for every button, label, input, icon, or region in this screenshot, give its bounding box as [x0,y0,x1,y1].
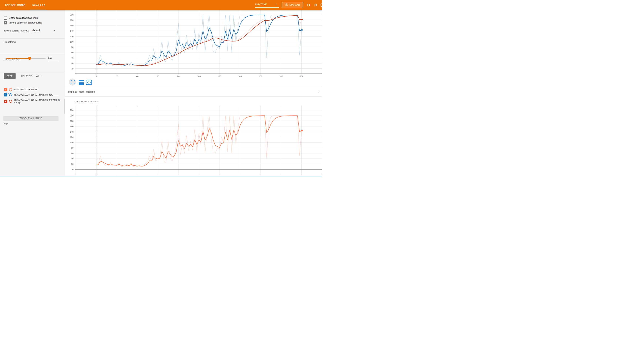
status-dropdown-underline [255,8,279,8]
ignore-outliers-row[interactable]: ✓ Ignore outliers in chart scaling [4,21,42,24]
run-color-radio[interactable] [9,100,12,103]
svg-text:60: 60 [71,52,74,54]
svg-text:20: 20 [71,163,74,165]
run-label: train/20201015-215937 [14,88,60,91]
runs-heading: Runs [4,76,10,78]
section-title: steps_of_each_episode [68,90,95,93]
svg-text:160: 160 [259,75,262,78]
tab-scalars[interactable]: SCALARS [32,0,46,10]
svg-text:120: 120 [218,75,221,78]
svg-text:0: 0 [96,75,97,78]
refresh-icon[interactable]: ↻ [306,0,311,10]
app-header: TensorBoard SCALARS INACTIVE ▾ ⓘ UPLOAD … [0,0,322,10]
toggle-all-runs-button[interactable]: TOGGLE ALL RUNS [3,116,58,121]
app-title: TensorBoard [4,0,25,10]
axis-wall-button[interactable]: WALL [34,73,44,79]
run-checkbox[interactable]: ✓ [4,100,8,103]
settings-sidebar: Show data download links ✓ Ignore outlie… [0,10,65,176]
run-color-radio[interactable] [9,88,12,91]
svg-text:120: 120 [70,35,74,38]
svg-text:100: 100 [197,75,201,78]
svg-text:80: 80 [177,75,180,78]
section-steps-of-each-episode[interactable]: steps_of_each_episode [65,88,322,97]
svg-text:200: 200 [70,14,74,16]
chevron-down-icon: ▾ [276,3,277,5]
run-row[interactable]: ✓ train/20201015-215937/rewards_moving_a… [4,98,60,104]
tooltip-sorting-select[interactable]: default [32,29,40,32]
svg-text:80: 80 [71,147,74,149]
show-download-links-checkbox[interactable] [4,16,7,20]
chevron-down-icon: ▾ [54,30,55,32]
upload-button[interactable]: ⓘ UPLOAD [282,2,303,8]
svg-text:140: 140 [70,30,74,32]
pan-icon[interactable] [86,80,92,84]
run-row[interactable]: ✓ train/20201015-215937 [4,88,60,91]
expand-icon[interactable] [71,80,75,84]
next-section-edge [0,176,322,177]
horizontal-axis-label: Horizontal Axis [4,58,20,60]
chevron-up-icon[interactable] [317,90,321,94]
svg-text:180: 180 [279,75,283,78]
svg-text:100: 100 [70,41,74,43]
svg-text:180: 180 [70,120,74,122]
svg-text:40: 40 [71,158,74,160]
svg-text:80: 80 [71,46,74,48]
divider [0,72,65,72]
svg-text:140: 140 [70,131,74,133]
svg-text:180: 180 [70,19,74,21]
svg-text:200: 200 [70,114,74,117]
status-dropdown[interactable]: INACTIVE ▾ [255,0,279,10]
svg-text:160: 160 [70,125,74,128]
svg-text:0: 0 [72,68,74,70]
svg-text:60: 60 [157,75,159,78]
tab-active-underline [30,10,46,10]
data-table-icon[interactable] [79,80,84,85]
chart-title: steps_of_each_episode [75,100,98,103]
run-label: train/20201015-215937/rewards_moving_ave… [14,98,60,104]
tooltip-sorting-underline [32,33,58,33]
tooltip-sorting-label: Tooltip sorting method: [4,29,29,32]
gear-icon[interactable]: ⚙ [314,0,318,10]
run-color-radio[interactable] [9,93,12,96]
svg-text:0: 0 [72,168,74,170]
scalars-main-panel: 0204060801001201401601802000204060801001… [65,10,322,176]
steps-of-each-episode-chart[interactable]: 020406080100120140160180200220 [65,104,322,176]
info-icon: ⓘ [285,3,288,7]
rewards-chart[interactable]: 0204060801001201401601802000204060801001… [65,10,322,87]
run-checkbox[interactable]: ✓ [4,88,8,91]
smoothing-label: Smoothing [4,40,16,43]
svg-text:40: 40 [71,57,74,59]
svg-text:40: 40 [136,75,138,78]
status-dropdown-value: INACTIVE [255,3,267,6]
divider [0,38,65,38]
svg-text:20: 20 [116,75,118,78]
smoothing-slider-thumb[interactable] [28,57,31,60]
smoothing-value-underline [48,61,59,61]
ignore-outliers-checkbox[interactable]: ✓ [4,21,7,24]
svg-text:220: 220 [70,109,74,111]
logdir-label: logs [4,122,8,125]
run-checkbox[interactable]: ✓ [4,93,8,96]
axis-relative-button[interactable]: RELATIVE [18,73,35,79]
ignore-outliers-label: Ignore outliers in chart scaling [9,21,42,24]
svg-text:140: 140 [238,75,242,78]
show-download-links-row[interactable]: Show data download links [4,16,38,20]
svg-text:120: 120 [70,136,74,138]
svg-text:20: 20 [71,62,74,64]
smoothing-value[interactable]: 0.6 [48,57,52,60]
show-download-links-label: Show data download links [9,16,38,19]
svg-text:100: 100 [70,142,74,144]
run-row[interactable]: ✓ train/20201015-215937/rewards_raw [4,93,60,96]
svg-text:200: 200 [300,75,303,78]
svg-text:160: 160 [70,24,74,27]
run-label: train/20201015-215937/rewards_raw [14,94,60,96]
chart-toolbar [68,78,98,86]
help-icon[interactable] [320,3,322,7]
upload-button-label: UPLOAD [290,4,300,6]
svg-text:60: 60 [71,152,74,154]
